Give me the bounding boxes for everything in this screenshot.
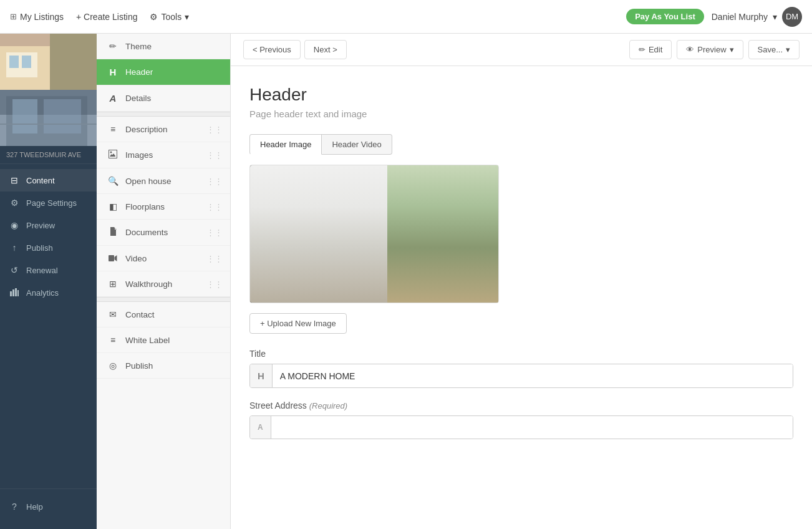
sidebar-renewal-label: Renewal <box>26 266 58 275</box>
title-input[interactable] <box>273 364 793 387</box>
svg-rect-25 <box>253 168 261 186</box>
sidebar-item-renewal[interactable]: ↺ Renewal <box>0 259 97 281</box>
documents-drag-handle[interactable]: ⋮⋮ <box>206 228 223 237</box>
tools-icon: ⚙ <box>150 12 158 22</box>
tools-menu[interactable]: ⚙ Tools ▾ <box>150 12 189 22</box>
video-drag-handle[interactable]: ⋮⋮ <box>206 254 223 263</box>
top-nav-right: Pay As You List Daniel Murphy ▾ DM <box>626 7 802 27</box>
description-icon: ≡ <box>107 124 119 134</box>
svg-rect-2 <box>50 34 97 90</box>
svg-rect-19 <box>250 165 394 303</box>
svg-rect-57 <box>391 165 499 203</box>
sidebar-item-publish[interactable]: ↑ Publish <box>0 236 97 259</box>
sidebar-content-label: Content <box>26 176 55 185</box>
mid-item-description[interactable]: ≡ Description ⋮⋮ <box>97 117 230 142</box>
sidebar-item-analytics[interactable]: Analytics <box>0 281 97 304</box>
user-name: Daniel Murphy <box>712 12 768 22</box>
svg-rect-41 <box>280 192 287 210</box>
mid-item-header[interactable]: H Header <box>97 59 230 85</box>
section-subtitle: Page header text and image <box>249 109 793 119</box>
create-listing-link[interactable]: + Create Listing <box>76 12 137 22</box>
header-image <box>250 165 499 303</box>
mid-item-white-label[interactable]: ≡ White Label <box>97 328 230 353</box>
svg-point-16 <box>110 152 112 153</box>
property-thumbnail-1[interactable] <box>0 34 97 90</box>
address-input[interactable] <box>271 416 793 439</box>
floorplans-icon: ◧ <box>107 201 119 211</box>
save-label: Save... <box>758 45 783 54</box>
svg-rect-36 <box>325 170 330 186</box>
svg-rect-63 <box>418 165 420 303</box>
sidebar-help-label: Help <box>26 502 43 512</box>
mid-header-label: Header <box>125 67 153 77</box>
mid-details-label: Details <box>125 94 151 103</box>
sidebar-item-page-settings[interactable]: ⚙ Page Settings <box>0 192 97 214</box>
top-navigation: ⊞ My Listings + Create Listing ⚙ Tools ▾… <box>0 0 812 34</box>
preview-button[interactable]: 👁 Preview ▾ <box>677 40 743 59</box>
images-drag-handle[interactable]: ⋮⋮ <box>206 150 223 160</box>
tab-header-video[interactable]: Header Video <box>322 134 392 155</box>
theme-icon: ✏ <box>107 41 119 51</box>
svg-rect-50 <box>312 274 331 278</box>
svg-rect-5 <box>22 56 31 68</box>
white-label-icon: ≡ <box>107 335 119 345</box>
mid-item-details[interactable]: A Details <box>97 85 230 112</box>
address-label-text: Street Address <box>249 400 307 410</box>
sidebar-item-content[interactable]: ⊟ Content <box>0 169 97 192</box>
svg-rect-24 <box>250 262 387 264</box>
floorplans-drag-handle[interactable]: ⋮⋮ <box>206 202 223 211</box>
walkthrough-drag-handle[interactable]: ⋮⋮ <box>206 279 223 289</box>
my-listings-label: My Listings <box>20 12 64 22</box>
create-listing-label: + Create Listing <box>76 12 137 22</box>
svg-rect-26 <box>261 170 266 186</box>
address-input-row: A <box>249 415 793 439</box>
svg-rect-22 <box>250 212 387 215</box>
mid-item-publish[interactable]: ◎ Publish <box>97 353 230 379</box>
my-listings-link[interactable]: ⊞ My Listings <box>10 12 64 22</box>
open-house-drag-handle[interactable]: ⋮⋮ <box>206 177 223 186</box>
tools-label: Tools <box>161 12 181 22</box>
save-button[interactable]: Save... ▾ <box>748 40 800 59</box>
edit-button[interactable]: ✏ Edit <box>629 40 672 59</box>
title-input-row: H <box>249 364 793 388</box>
upload-image-button[interactable]: + Upload New Image <box>249 313 347 334</box>
next-button[interactable]: Next > <box>304 40 347 59</box>
open-house-icon: 🔍 <box>107 176 119 186</box>
mid-item-video[interactable]: Video ⋮⋮ <box>97 246 230 271</box>
sidebar-analytics-label: Analytics <box>26 288 59 298</box>
sidebar-item-help[interactable]: ? Help <box>9 497 88 517</box>
pay-badge[interactable]: Pay As You List <box>626 9 704 24</box>
svg-rect-4 <box>9 56 19 68</box>
description-drag-handle[interactable]: ⋮⋮ <box>206 125 223 134</box>
svg-rect-12 <box>10 291 12 296</box>
property-image-2 <box>0 90 97 146</box>
sidebar-bottom: ? Help <box>0 488 97 524</box>
previous-button[interactable]: < Previous <box>243 40 301 59</box>
svg-rect-30 <box>286 170 292 186</box>
tab-header-image[interactable]: Header Image <box>249 134 322 155</box>
preview-eye-icon: 👁 <box>686 45 694 54</box>
sidebar-item-preview[interactable]: ◉ Preview <box>0 214 97 236</box>
mid-item-contact[interactable]: ✉ Contact <box>97 302 230 328</box>
svg-rect-18 <box>250 165 499 303</box>
mid-white-label-label: White Label <box>125 336 170 345</box>
content-icon: ⊟ <box>9 175 20 185</box>
title-label-text: Title <box>249 349 266 359</box>
svg-rect-20 <box>250 165 387 303</box>
mid-item-theme[interactable]: ✏ Theme <box>97 34 230 59</box>
mid-images-label: Images <box>125 150 153 160</box>
svg-rect-17 <box>109 255 114 261</box>
preview-chevron-icon: ▾ <box>730 45 734 54</box>
user-menu[interactable]: Daniel Murphy ▾ DM <box>712 7 802 27</box>
svg-rect-31 <box>292 168 297 186</box>
property-thumbnail-2[interactable] <box>0 90 97 146</box>
mid-item-documents[interactable]: Documents ⋮⋮ <box>97 220 230 246</box>
mid-walkthrough-label: Walkthrough <box>125 279 172 289</box>
sidebar-nav: ⊟ Content ⚙ Page Settings ◉ Preview ↑ Pu… <box>0 164 97 529</box>
mid-item-floorplans[interactable]: ◧ Floorplans ⋮⋮ <box>97 194 230 220</box>
mid-item-open-house[interactable]: 🔍 Open house ⋮⋮ <box>97 168 230 194</box>
mid-item-walkthrough[interactable]: ⊞ Walkthrough ⋮⋮ <box>97 271 230 297</box>
mid-item-images[interactable]: Images ⋮⋮ <box>97 142 230 168</box>
svg-rect-38 <box>261 193 267 210</box>
left-sidebar: 327 TWEEDSMUIR AVE ⊟ Content ⚙ Page Sett… <box>0 34 97 529</box>
